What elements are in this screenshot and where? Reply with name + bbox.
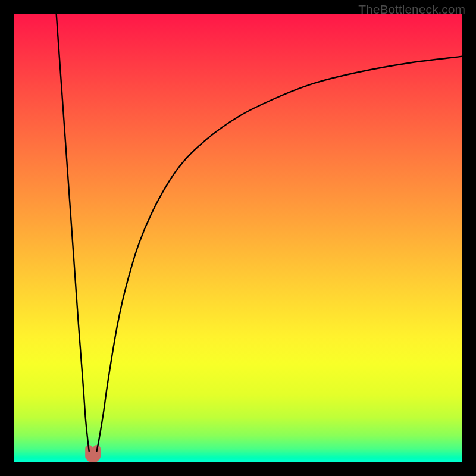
- valley-band-path: [89, 449, 97, 459]
- left-branch-curve: [57, 14, 89, 451]
- curve-group: [57, 14, 462, 451]
- plot-area: [14, 14, 462, 462]
- chart-svg: [14, 14, 462, 462]
- right-branch-curve: [96, 57, 462, 452]
- valley-annotation: [89, 449, 97, 459]
- watermark-text: TheBottleneck.com: [358, 2, 465, 17]
